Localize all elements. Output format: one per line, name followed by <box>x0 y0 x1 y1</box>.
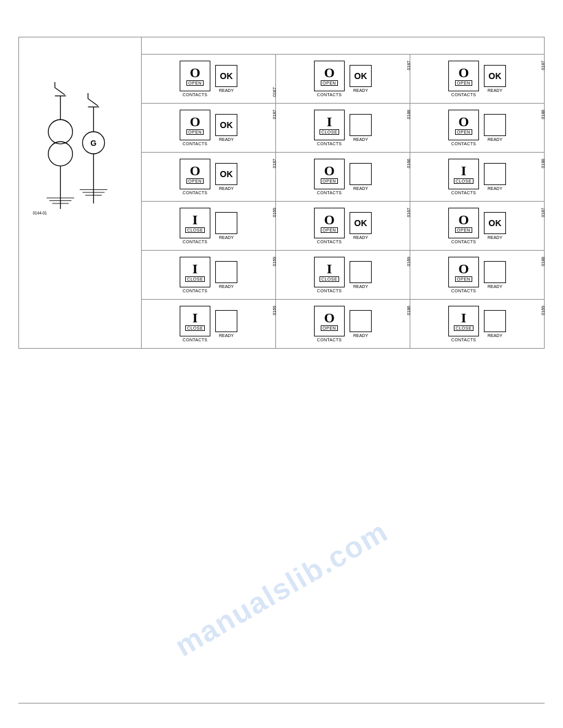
symbol-cell: I CLOSE CONTACTS READY 0169 <box>142 202 276 251</box>
symbol-cell: O OPEN CONTACTS OK READY 0187 <box>142 55 276 104</box>
svg-text:0144-01: 0144-01 <box>33 211 48 215</box>
symbol-ok-ready-3: OK READY <box>484 65 506 93</box>
symbol-o-open-2: O OPEN CONTACTS <box>314 61 345 97</box>
svg-line-10 <box>55 88 65 95</box>
symbol-o-open-3: O OPEN CONTACTS <box>448 61 479 97</box>
watermark: manualslib.com <box>169 514 394 663</box>
header-row <box>142 37 545 55</box>
symbol-ok-ready-1: OK READY <box>215 65 237 93</box>
svg-point-1 <box>48 142 73 166</box>
diagram-cell: G <box>19 37 142 349</box>
symbol-cell: O OPEN CONTACTS READY 0166 <box>276 153 410 202</box>
symbol-cell: O OPEN CONTACTS OK READY 0187 <box>142 153 276 202</box>
symbol-cell: I CLOSE CONTACTS READY 0188 <box>410 153 545 202</box>
main-table: G <box>18 37 545 349</box>
symbol-ok-ready-2: OK READY <box>350 65 372 93</box>
symbol-cell: O OPEN CONTACTS READY 0186 <box>276 300 410 349</box>
symbol-cell: O OPEN CONTACTS OK READY 0187 <box>410 202 545 251</box>
symbol-cell: O OPEN CONTACTS OK READY 0187 <box>410 55 545 104</box>
symbol-cell: I CLOSE CONTACTS READY 0169 <box>142 300 276 349</box>
page: G <box>0 0 563 728</box>
symbol-cell: I CLOSE CONTACTS READY 0169 <box>142 251 276 300</box>
symbol-cell: I CLOSE CONTACTS READY 0169 <box>410 300 545 349</box>
symbol-cell: O OPEN CONTACTS READY 0188 <box>410 104 545 153</box>
symbol-cell: O OPEN CONTACTS OK READY 0187 <box>142 104 276 153</box>
symbol-cell: I CLOSE CONTACTS READY 0169 <box>276 251 410 300</box>
svg-text:G: G <box>91 139 97 148</box>
symbol-cell: O OPEN CONTACTS OK READY 0187 <box>276 55 410 104</box>
symbol-cell: O OPEN CONTACTS READY 0188 <box>410 251 545 300</box>
svg-line-18 <box>88 99 98 106</box>
symbol-cell: I CLOSE CONTACTS READY 0188 <box>276 104 410 153</box>
symbol-o-open-1: O OPEN CONTACTS <box>180 61 210 97</box>
symbol-cell: O OPEN CONTACTS OK READY 0167 <box>276 202 410 251</box>
bottom-rule <box>18 703 545 703</box>
svg-point-0 <box>48 119 73 144</box>
